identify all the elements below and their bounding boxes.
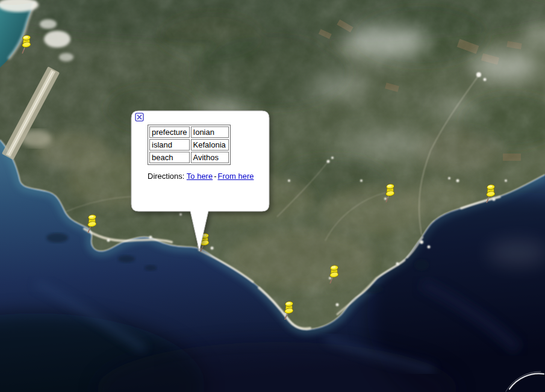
directions-separator: -	[214, 172, 216, 181]
map-window: prefecture Ionian island Kefalonia beach…	[0, 0, 545, 392]
table-row: prefecture Ionian	[149, 126, 229, 138]
value-cell: Avithos	[191, 152, 229, 163]
directions-label: Directions:	[148, 172, 184, 181]
directions-line: Directions: To here-From here	[148, 171, 254, 181]
balloon-close-button[interactable]	[135, 113, 144, 122]
attribute-cell: prefecture	[149, 126, 190, 138]
value-cell: Kefalonia	[191, 139, 229, 151]
satellite-map[interactable]	[0, 0, 545, 392]
attribute-cell: beach	[149, 152, 190, 163]
directions-to-link[interactable]: To here	[187, 172, 213, 181]
directions-from-link[interactable]: From here	[218, 172, 254, 181]
info-table: prefecture Ionian island Kefalonia beach…	[148, 125, 231, 165]
table-row: beach Avithos	[149, 152, 229, 163]
attribute-cell: island	[149, 139, 190, 151]
value-cell: Ionian	[191, 126, 229, 138]
table-row: island Kefalonia	[149, 139, 229, 151]
close-icon	[135, 113, 144, 122]
